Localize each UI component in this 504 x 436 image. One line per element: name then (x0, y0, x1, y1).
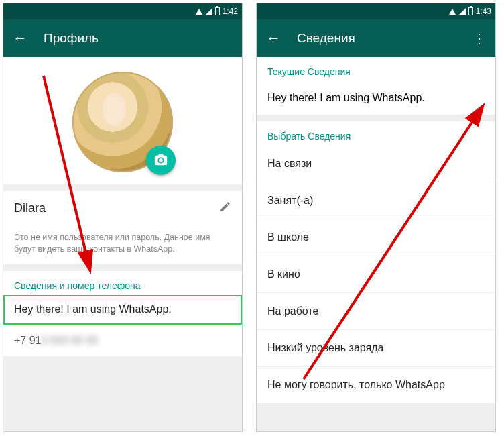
about-section: Сведения и номер телефона Hey there! I a… (3, 271, 242, 356)
profile-content: Dilara Это не имя пользователя или парол… (3, 57, 242, 431)
status-option[interactable]: В кино (257, 256, 495, 292)
back-arrow-icon[interactable]: ← (266, 30, 281, 47)
current-about-title: Текущие Сведения (257, 57, 495, 81)
network-icon (449, 9, 456, 15)
username-row[interactable]: Dilara (3, 191, 242, 225)
back-arrow-icon[interactable]: ← (13, 30, 27, 47)
name-section: Dilara Это не имя пользователя или парол… (3, 191, 242, 264)
username-text: Dilara (14, 201, 219, 215)
status-option[interactable]: На связи (257, 146, 495, 182)
status-option[interactable]: В школе (257, 219, 495, 256)
current-status-text: Hey there! I am using WhatsApp. (267, 92, 485, 104)
status-bar: 1:42 (3, 3, 242, 19)
camera-button[interactable] (146, 146, 176, 175)
phone-prefix: +7 91 (14, 335, 41, 346)
status-option[interactable]: Занят(-а) (257, 182, 495, 219)
phone-profile: 1:42 ← Профиль Dilara Это не имя пользов… (3, 3, 243, 432)
avatar-section (3, 57, 242, 184)
camera-icon (153, 153, 168, 168)
status-option[interactable]: Низкий уровень заряда (257, 329, 495, 366)
about-content: Текущие Сведения Hey there! I am using W… (257, 57, 495, 431)
overflow-menu-icon[interactable]: ⋮ (472, 30, 486, 46)
status-time: 1:42 (223, 7, 238, 16)
status-option[interactable]: На работе (257, 292, 495, 329)
app-bar: ← Сведения ⋮ (257, 19, 495, 57)
network-icon (196, 9, 202, 15)
pencil-icon (219, 201, 231, 213)
phone-about: 1:43 ← Сведения ⋮ Текущие Сведения Hey t… (256, 3, 496, 432)
status-time: 1:43 (476, 7, 491, 16)
appbar-title: Сведения (297, 31, 456, 46)
status-bar: 1:43 (257, 3, 495, 19)
appbar-title: Профиль (44, 31, 233, 46)
status-option[interactable]: Не могу говорить, только WhatsApp (257, 366, 495, 403)
signal-icon (458, 8, 466, 15)
status-text: Hey there! I am using WhatsApp. (14, 303, 172, 315)
status-row[interactable]: Hey there! I am using WhatsApp. (3, 295, 242, 325)
about-section-title: Сведения и номер телефона (3, 271, 242, 295)
phone-row[interactable]: +7 910 000 00 00 (3, 325, 242, 356)
select-about-section: Выбрать Сведения На связиЗанят(-а)В школ… (257, 121, 495, 403)
edit-name-button[interactable] (219, 201, 231, 216)
username-hint: Это не имя пользователя или пароль. Данн… (3, 225, 242, 264)
current-about-section: Текущие Сведения Hey there! I am using W… (257, 57, 495, 115)
select-about-title: Выбрать Сведения (257, 121, 495, 146)
battery-icon (468, 7, 473, 15)
app-bar: ← Профиль (3, 19, 242, 57)
phone-blurred: 0 000 00 00 (41, 335, 98, 346)
battery-icon (215, 7, 220, 15)
signal-icon (205, 8, 212, 15)
current-status-row[interactable]: Hey there! I am using WhatsApp. (257, 81, 495, 115)
